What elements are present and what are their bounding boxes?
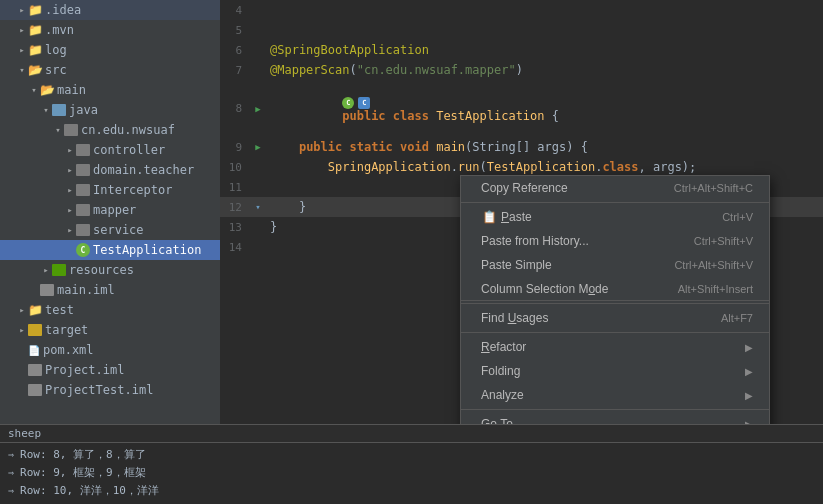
sidebar-item-pom[interactable]: 📄 pom.xml [0,340,220,360]
sidebar-item-domain-teacher[interactable]: domain.teacher [0,160,220,180]
spring-boot-icon: C [76,243,90,257]
menu-paste[interactable]: 📋 Paste Ctrl+V [461,205,769,229]
arrow-icon: ⇒ [8,485,14,496]
sidebar-item-mapper[interactable]: mapper [0,200,220,220]
iml-icon [28,364,42,376]
menu-folding[interactable]: Folding ▶ [461,359,769,383]
line-num: 7 [220,64,250,77]
sidebar-label: ProjectTest.iml [45,383,153,397]
submenu-arrow: ▶ [745,366,753,377]
folder-icon: 📁 [28,303,42,317]
sidebar-item-project-iml[interactable]: Project.iml [0,360,220,380]
sidebar-item-idea[interactable]: 📁 .idea [0,0,220,20]
bottom-panel: sheep ⇒ Row: 8, 算了，8，算了 ⇒ Row: 9, 框架，9，框… [0,424,823,504]
menu-label: Refactor [481,340,745,354]
line-num: 8 [220,102,250,115]
sidebar-label: TestApplication [93,243,201,257]
log-text: Row: 10, 洋洋，10，洋洋 [20,483,159,498]
log-line-1: ⇒ Row: 8, 算了，8，算了 [8,445,815,463]
sidebar-item-cn-edu[interactable]: cn.edu.nwsuaf [0,120,220,140]
pkg-icon [76,184,90,196]
submenu-arrow: ▶ [745,419,753,425]
tree-arrow [40,104,52,116]
sidebar-label: service [93,223,144,237]
sidebar-label: src [45,63,67,77]
menu-goto[interactable]: Go To ▶ [461,412,769,424]
submenu-arrow: ▶ [745,390,753,401]
sidebar-item-testapplication[interactable]: C TestApplication [0,240,220,260]
sidebar-label: java [69,103,98,117]
line-num: 9 [220,141,250,154]
code-line-10: 10 SpringApplication.run(TestApplication… [220,157,823,177]
menu-label: Column Selection Mode [481,282,658,296]
menu-copy-reference[interactable]: Copy Reference Ctrl+Alt+Shift+C [461,176,769,200]
folder-icon: 📁 [28,3,42,17]
menu-refactor[interactable]: Refactor ▶ [461,335,769,359]
menu-label: Copy Reference [481,181,654,195]
line-num: 4 [220,4,250,17]
tree-arrow [52,124,64,136]
sidebar-item-log[interactable]: 📁 log [0,40,220,60]
gutter: ▶ [250,142,266,152]
sidebar-label: .idea [45,3,81,17]
menu-paste-simple[interactable]: Paste Simple Ctrl+Alt+Shift+V [461,253,769,277]
line-num: 5 [220,24,250,37]
tree-arrow [64,144,76,156]
tree-arrow [16,64,28,76]
menu-shortcut: Alt+F7 [721,312,753,324]
file-tree[interactable]: 📁 .idea 📁 .mvn 📁 log 📂 src 📂 main java [0,0,220,424]
menu-analyze[interactable]: Analyze ▶ [461,383,769,407]
code-line-6: 6 @SpringBootApplication [220,40,823,60]
sidebar-item-projecttest-iml[interactable]: ProjectTest.iml [0,380,220,400]
menu-label: Paste from History... [481,234,674,248]
sidebar-item-src[interactable]: 📂 src [0,60,220,80]
menu-separator [461,409,769,410]
menu-shortcut: Alt+Shift+Insert [678,283,753,295]
sidebar-item-service[interactable]: service [0,220,220,240]
folder-icon: 📂 [28,63,42,77]
menu-column-mode[interactable]: Column Selection Mode Alt+Shift+Insert [461,277,769,301]
sidebar-label: domain.teacher [93,163,194,177]
menu-paste-history[interactable]: Paste from History... Ctrl+Shift+V [461,229,769,253]
sidebar-item-test[interactable]: 📁 test [0,300,220,320]
sidebar-item-target[interactable]: target [0,320,220,340]
tree-arrow [16,324,28,336]
menu-shortcut: Ctrl+Alt+Shift+C [674,182,753,194]
tree-arrow [64,164,76,176]
menu-label: Folding [481,364,745,378]
bottom-tab[interactable]: sheep [0,425,823,443]
menu-separator [461,303,769,304]
pkg-icon [76,204,90,216]
code-editor[interactable]: 4 5 6 @SpringBootApplication 7 @MapperSc… [220,0,823,424]
sidebar-label: main.iml [57,283,115,297]
menu-shortcut: Ctrl+Alt+Shift+V [674,259,753,271]
tree-arrow [16,304,28,316]
sidebar-item-java[interactable]: java [0,100,220,120]
java-icon-inline: C [358,97,370,109]
code-line-5: 5 [220,20,823,40]
tree-arrow [16,44,28,56]
run-gutter-icon2[interactable]: ▶ [255,142,260,152]
menu-find-usages[interactable]: Find Usages Alt+F7 [461,306,769,330]
menu-label: Paste [501,210,702,224]
log-line-3: ⇒ Row: 10, 洋洋，10，洋洋 [8,481,815,499]
menu-label: Go To [481,417,745,424]
run-gutter-icon[interactable]: ▶ [255,104,260,114]
log-output: ⇒ Row: 8, 算了，8，算了 ⇒ Row: 9, 框架，9，框架 ⇒ Ro… [0,443,823,504]
sidebar-label: .mvn [45,23,74,37]
sidebar-item-controller[interactable]: controller [0,140,220,160]
folder-icon: 📁 [28,23,42,37]
sidebar-label: resources [69,263,134,277]
sidebar-label: log [45,43,67,57]
tree-arrow [28,84,40,96]
spring-icon-inline: C [342,97,354,109]
sidebar-item-resources[interactable]: resources [0,260,220,280]
sidebar-item-mvn[interactable]: 📁 .mvn [0,20,220,40]
sidebar-label: pom.xml [43,343,94,357]
sidebar-item-main[interactable]: 📂 main [0,80,220,100]
menu-label: Find Usages [481,311,701,325]
sidebar-item-interceptor[interactable]: Interceptor [0,180,220,200]
sidebar-item-main-iml[interactable]: main.iml [0,280,220,300]
tree-arrow [16,4,28,16]
menu-separator [461,332,769,333]
